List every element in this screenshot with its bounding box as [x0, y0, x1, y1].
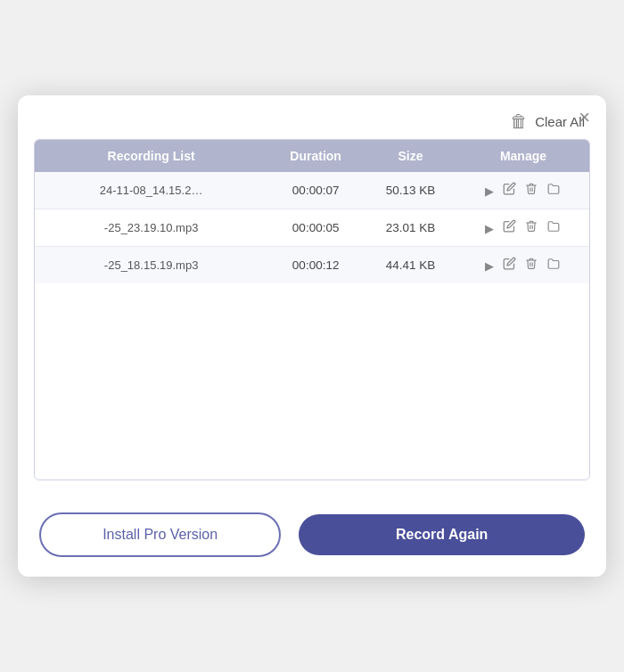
footer: Install Pro Version Record Again	[18, 496, 606, 577]
play-icon[interactable]	[485, 220, 494, 236]
recording-table-container: Recording List Duration Size Manage 24-1…	[34, 139, 590, 480]
delete-icon[interactable]	[525, 257, 538, 274]
folder-icon[interactable]	[546, 183, 561, 199]
clear-all-trash-icon: 🗑	[510, 111, 528, 132]
edit-icon[interactable]	[503, 182, 516, 199]
table-row: 24-11-08_14.15.2…00:00:0750.13 KB	[35, 172, 589, 209]
col-manage: Manage	[457, 140, 589, 172]
recording-size: 23.01 KB	[364, 209, 457, 247]
table-row: -25_18.15.19.mp300:00:1244.41 KB	[35, 247, 589, 284]
recording-name: -25_18.15.19.mp3	[35, 247, 267, 284]
recording-name: 24-11-08_14.15.2…	[35, 172, 267, 209]
delete-icon[interactable]	[525, 182, 538, 199]
col-recording-list: Recording List	[35, 140, 267, 172]
table-header-row: Recording List Duration Size Manage	[35, 140, 589, 172]
recording-duration: 00:00:12	[267, 247, 364, 284]
close-button[interactable]: ×	[579, 108, 590, 127]
play-icon[interactable]	[485, 183, 494, 199]
clear-all-row: 🗑 Clear All	[18, 95, 606, 139]
clear-all-button[interactable]: Clear All	[535, 114, 585, 129]
folder-icon[interactable]	[546, 220, 561, 236]
recording-duration: 00:00:07	[267, 172, 364, 209]
table-row: -25_23.19.10.mp300:00:0523.01 KB	[35, 209, 589, 247]
dialog: × 🗑 Clear All Recording List Duration Si…	[18, 95, 606, 577]
play-icon[interactable]	[485, 258, 494, 274]
recording-manage	[457, 172, 589, 209]
recording-manage	[457, 247, 589, 284]
empty-area	[35, 283, 589, 479]
recording-duration: 00:00:05	[267, 209, 364, 247]
recording-size: 44.41 KB	[364, 247, 457, 284]
col-duration: Duration	[267, 140, 364, 172]
delete-icon[interactable]	[525, 219, 538, 236]
edit-icon[interactable]	[503, 257, 516, 274]
recording-manage	[457, 209, 589, 247]
folder-icon[interactable]	[546, 258, 561, 274]
edit-icon[interactable]	[503, 219, 516, 236]
record-again-button[interactable]: Record Again	[299, 514, 585, 555]
recording-size: 50.13 KB	[364, 172, 457, 209]
install-pro-button[interactable]: Install Pro Version	[39, 512, 281, 557]
recording-name: -25_23.19.10.mp3	[35, 209, 267, 247]
col-size: Size	[364, 140, 457, 172]
recording-table: Recording List Duration Size Manage 24-1…	[35, 140, 589, 283]
